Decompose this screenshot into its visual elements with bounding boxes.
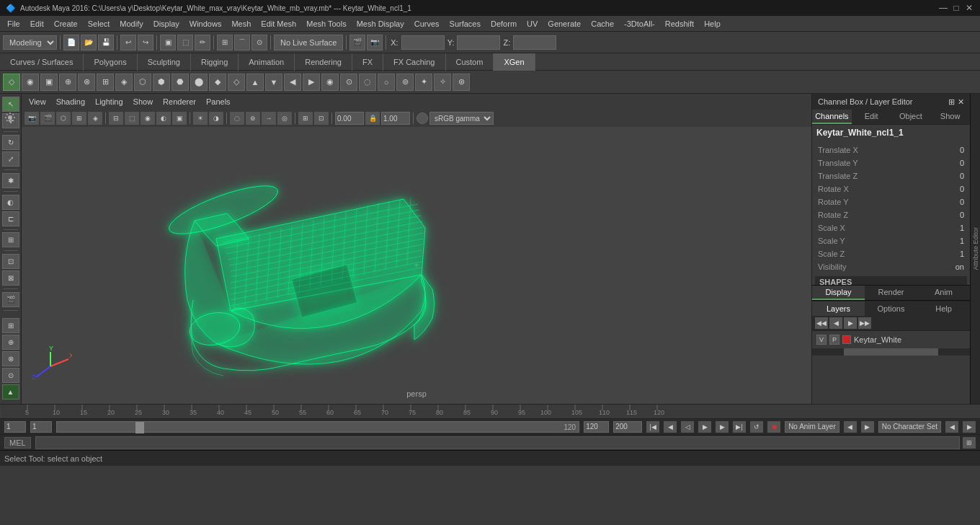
menu-windows[interactable]: Windows <box>185 18 226 30</box>
viewport-menu-renderer[interactable]: Renderer <box>159 96 200 107</box>
menu-mesh-tools[interactable]: Mesh Tools <box>302 18 350 30</box>
no-anim-layer-button[interactable]: No Anim Layer <box>785 421 839 433</box>
menu-mesh-display[interactable]: Mesh Display <box>352 18 409 30</box>
new-file-button[interactable]: 📄 <box>63 35 79 50</box>
tab-rigging[interactable]: Rigging <box>191 53 239 71</box>
xgen-tool12-icon[interactable]: ▼ <box>265 74 282 91</box>
char-set-btn2[interactable]: ▶ <box>963 421 976 433</box>
xgen-tool8-icon[interactable]: ⬤ <box>190 74 208 91</box>
tab-edit[interactable]: Edit <box>852 110 891 124</box>
tab-layers[interactable]: Layers <box>812 301 865 316</box>
menu-surfaces[interactable]: Surfaces <box>445 18 485 30</box>
menu-deform[interactable]: Deform <box>486 18 521 30</box>
viewport-menu-panels[interactable]: Panels <box>202 96 235 107</box>
vp-value2-input[interactable] <box>381 112 410 125</box>
xgen-tool20-icon[interactable]: ✦ <box>415 74 432 91</box>
xgen-tool14-icon[interactable]: ▶ <box>303 74 320 91</box>
xgen-tool16-icon[interactable]: ⊙ <box>340 74 357 91</box>
vp-value1-input[interactable] <box>335 112 364 125</box>
open-file-button[interactable]: 📂 <box>81 35 97 50</box>
rotate-tool-button[interactable]: ↻ <box>2 135 19 150</box>
tab-layer-help[interactable]: Help <box>917 301 970 316</box>
panel-close-icon[interactable]: ✕ <box>958 97 964 107</box>
xgen-tool1-icon[interactable]: ⊕ <box>59 74 76 91</box>
gear-icon[interactable] <box>4 112 16 125</box>
xgen-tool21-icon[interactable]: ✧ <box>434 74 451 91</box>
bottom-left-btn5[interactable]: ▲ <box>2 384 19 400</box>
play-back-button[interactable]: ◁ <box>681 421 694 433</box>
vp-motion-button[interactable]: → <box>262 112 276 125</box>
frame-all-button[interactable]: ⊡ <box>2 254 19 269</box>
select-tool-button[interactable]: ↖ <box>2 97 19 112</box>
prev-frame-button[interactable]: ◀ <box>664 421 677 433</box>
menu-file[interactable]: File <box>3 18 24 30</box>
close-button[interactable]: ✕ <box>964 3 974 13</box>
xgen-tool4-icon[interactable]: ◈ <box>115 74 133 91</box>
tab-xgen[interactable]: XGen <box>494 53 535 71</box>
menu-uv[interactable]: UV <box>522 18 542 30</box>
z-input[interactable] <box>513 35 556 50</box>
vp-cam-button[interactable]: 📷 <box>24 112 39 125</box>
range-thumb[interactable] <box>135 422 144 433</box>
vp-hud-button[interactable]: ⊞ <box>298 112 313 125</box>
render-region-button[interactable]: 🎬 <box>2 292 19 307</box>
vp-lock-button[interactable]: 🔒 <box>365 112 380 125</box>
tab-curves-surfaces[interactable]: Curves / Surfaces <box>0 53 84 71</box>
xgen-tool13-icon[interactable]: ◀ <box>284 74 301 91</box>
vp-smooth-button[interactable]: ◉ <box>141 112 155 125</box>
xgen-tool9-icon[interactable]: ◆ <box>209 74 226 91</box>
viewport-menu-view[interactable]: View <box>24 96 50 107</box>
xgen-select-icon[interactable]: ◇ <box>3 74 20 91</box>
tab-custom[interactable]: Custom <box>446 53 494 71</box>
tab-channels[interactable]: Channels <box>812 110 852 124</box>
y-input[interactable] <box>457 35 500 50</box>
viewport-menu-show[interactable]: Show <box>129 96 158 107</box>
tab-sculpting[interactable]: Sculpting <box>138 53 191 71</box>
start-frame-input[interactable] <box>4 421 26 433</box>
paint-button[interactable]: ✏ <box>195 35 210 50</box>
speed-input[interactable] <box>613 421 642 433</box>
vp-dof-button[interactable]: ⊚ <box>246 112 260 125</box>
lasso-button[interactable]: ⬚ <box>177 35 193 50</box>
menu-modify[interactable]: Modify <box>115 18 147 30</box>
xgen-tool11-icon[interactable]: ▲ <box>246 74 264 91</box>
tab-rendering[interactable]: Rendering <box>295 53 352 71</box>
anim-layer-prev-button[interactable]: ◀ <box>844 421 857 433</box>
menu-cache[interactable]: Cache <box>587 18 618 30</box>
menu-edit[interactable]: Edit <box>26 18 48 30</box>
tab-anim[interactable]: Anim <box>917 286 970 300</box>
layer-playback-button[interactable]: P <box>829 335 839 345</box>
viewport-menu-shading[interactable]: Shading <box>52 96 89 107</box>
vp-texture-button[interactable]: ▣ <box>172 112 187 125</box>
vp-aa-button[interactable]: ◎ <box>277 112 292 125</box>
tab-object[interactable]: Object <box>891 110 931 124</box>
undo-button[interactable]: ↩ <box>120 35 136 50</box>
layer-prev-button[interactable]: ◀ <box>829 317 842 329</box>
layer-color-swatch[interactable] <box>842 335 851 344</box>
layer-visible-button[interactable]: V <box>816 335 827 345</box>
vp-shaded-button[interactable]: ◐ <box>156 112 171 125</box>
maximize-button[interactable]: □ <box>951 3 961 13</box>
lasso-tool-button[interactable]: ⊏ <box>2 211 19 226</box>
attribute-editor-label[interactable]: Attribute Editor <box>971 224 981 273</box>
menu-curves[interactable]: Curves <box>410 18 444 30</box>
panel-expand-icon[interactable]: ⊞ <box>948 97 955 107</box>
viewport-menu-lighting[interactable]: Lighting <box>91 96 128 107</box>
right-panel-scrollbar[interactable] <box>812 348 970 356</box>
minimize-button[interactable]: — <box>938 3 948 13</box>
vp-isolate-button[interactable]: ◈ <box>88 112 102 125</box>
xgen-tool5-icon[interactable]: ⬡ <box>134 74 151 91</box>
loop-button[interactable]: ↺ <box>750 421 763 433</box>
select-button[interactable]: ▣ <box>160 35 176 50</box>
snap-grid-button[interactable]: ⊞ <box>217 35 233 50</box>
save-file-button[interactable]: 💾 <box>98 35 114 50</box>
xgen-eye-icon[interactable]: ◉ <box>22 74 39 91</box>
x-input[interactable] <box>401 35 445 50</box>
snap-curve-button[interactable]: ⌒ <box>234 35 250 50</box>
frame-select-button[interactable]: ⊠ <box>2 270 19 286</box>
vp-shadow-button[interactable]: ◑ <box>209 112 223 125</box>
bottom-left-btn4[interactable]: ⊙ <box>2 368 19 383</box>
bottom-left-btn3[interactable]: ⊗ <box>2 351 19 366</box>
snap-point-button[interactable]: ⊙ <box>251 35 267 50</box>
vp-film-button[interactable]: 🎬 <box>40 112 55 125</box>
